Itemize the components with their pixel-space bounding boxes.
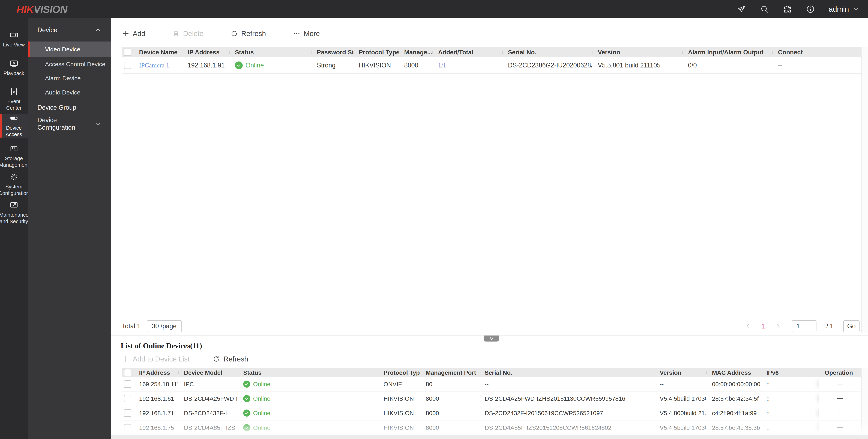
row-checkbox[interactable] xyxy=(124,62,131,69)
share-paper-plane-icon[interactable] xyxy=(737,5,746,14)
pagination-bar: Total 1 30 /page 1 / 1 Go xyxy=(122,320,860,332)
col-serial-no[interactable]: Serial No. xyxy=(479,369,654,376)
add-to-device-list-button[interactable]: Add to Device List xyxy=(122,355,190,363)
col-added-total[interactable]: Added/Total xyxy=(432,49,502,56)
cell-serial: DS-2CD2386G2-IU20200628AAW... xyxy=(502,62,592,69)
row-checkbox[interactable] xyxy=(124,395,131,402)
col-protocol-type[interactable]: Protocol Type xyxy=(353,49,399,56)
col-version[interactable]: Version xyxy=(592,49,682,56)
next-page-icon[interactable] xyxy=(775,323,782,330)
cell-operation xyxy=(818,406,861,420)
vertical-scrollbar-track[interactable] xyxy=(861,368,868,435)
add-label: Add xyxy=(133,30,145,38)
add-device-plus-icon[interactable] xyxy=(835,423,845,433)
sidebar-item-label: Playback xyxy=(3,70,24,77)
tree-item-device-group[interactable]: Device Group xyxy=(28,99,111,116)
cell-protocol: HIKVISION xyxy=(378,410,420,416)
topbar-actions: admin xyxy=(737,5,860,14)
page-jump-input[interactable] xyxy=(792,320,816,332)
tree-item-access-control-device[interactable]: Access Control Device xyxy=(28,57,111,71)
add-device-plus-icon[interactable] xyxy=(835,379,845,389)
cell-status: Online xyxy=(238,381,378,388)
horizontal-scrollbar-track[interactable] xyxy=(111,435,868,439)
col-operation: Operation xyxy=(818,368,861,377)
cell-added-total[interactable]: 1/1 xyxy=(432,62,502,69)
col-ip-address[interactable]: IP Address xyxy=(182,49,229,56)
sidebar-item-label: Event Center xyxy=(0,98,27,111)
col-ipv6[interactable]: IPv6 xyxy=(761,369,818,376)
status-text: Online xyxy=(253,410,270,416)
row-checkbox[interactable] xyxy=(124,409,131,417)
col-version[interactable]: Version xyxy=(654,369,706,376)
online-table-header: IP Address Device Model Status Protocol … xyxy=(122,368,861,377)
tree-header-device[interactable]: Device xyxy=(28,18,111,41)
col-mac-address[interactable]: MAC Address xyxy=(706,369,761,376)
cell-operation xyxy=(818,377,861,391)
sidebar-item-maintenance-and-security[interactable]: Maintenance and Security xyxy=(0,199,28,227)
more-label: More xyxy=(304,30,320,38)
status-text: Online xyxy=(246,62,264,69)
select-all-checkbox[interactable] xyxy=(124,369,131,376)
cell-mac: 28:57:be:42:34:5f xyxy=(706,395,761,402)
online-check-icon xyxy=(235,61,243,69)
refresh-icon xyxy=(230,30,238,37)
refresh-label: Refresh xyxy=(241,30,266,38)
col-device-name[interactable]: Device Name xyxy=(133,49,182,56)
plugin-puzzle-icon[interactable] xyxy=(783,5,792,14)
more-button[interactable]: More xyxy=(293,30,320,38)
tree-item-audio-device[interactable]: Audio Device xyxy=(28,85,111,99)
select-all-checkbox[interactable] xyxy=(124,49,131,56)
col-alarm-io[interactable]: Alarm Input/Alarm Output xyxy=(682,49,772,56)
col-password-strength[interactable]: Password St... xyxy=(311,49,353,56)
online-refresh-button[interactable]: Refresh xyxy=(213,355,248,363)
add-button[interactable]: Add xyxy=(122,30,145,38)
add-device-plus-icon[interactable] xyxy=(835,393,845,404)
page-size-select[interactable]: 30 /page xyxy=(147,320,182,332)
online-check-icon xyxy=(243,395,250,402)
add-device-plus-icon[interactable] xyxy=(835,408,845,418)
tree-item-label: Alarm Device xyxy=(45,75,81,82)
device-box-icon xyxy=(9,114,18,122)
col-protocol-type[interactable]: Protocol Type xyxy=(378,369,420,376)
row-checkbox[interactable] xyxy=(124,424,131,431)
col-ip-address[interactable]: IP Address xyxy=(133,369,178,376)
col-connect[interactable]: Connect xyxy=(772,49,861,56)
row-checkbox[interactable] xyxy=(124,380,131,388)
col-status[interactable]: Status xyxy=(229,49,311,56)
col-device-model[interactable]: Device Model xyxy=(178,369,238,376)
info-icon[interactable] xyxy=(806,5,815,14)
status-text: Online xyxy=(253,395,270,402)
refresh-button[interactable]: Refresh xyxy=(230,30,266,38)
sidebar-item-device-access[interactable]: Device Access xyxy=(0,114,28,138)
delete-button[interactable]: Delete xyxy=(172,30,204,38)
search-icon[interactable] xyxy=(760,5,769,14)
prev-page-icon[interactable] xyxy=(744,323,751,330)
online-check-icon xyxy=(243,424,250,431)
sidebar-item-event-center[interactable]: Event Center xyxy=(0,85,28,113)
col-serial-no[interactable]: Serial No. xyxy=(502,49,592,56)
cell-device-name[interactable]: IPCamera 1 xyxy=(133,62,182,69)
user-menu[interactable]: admin xyxy=(829,5,860,13)
current-page[interactable]: 1 xyxy=(761,322,765,330)
collapse-online-list-button[interactable] xyxy=(484,335,499,342)
cell-serial: DS-2CD4A85F-IZS20151208CCWR561624802 xyxy=(479,425,654,431)
plus-icon xyxy=(122,355,129,363)
col-management-port[interactable]: Manage... xyxy=(399,49,432,56)
logo-hik: HIK xyxy=(17,3,34,15)
tree-item-alarm-device[interactable]: Alarm Device xyxy=(28,71,111,85)
sidebar-item-system-configuration[interactable]: System Configuration xyxy=(0,170,28,199)
cell-mac: 28:57:be:4c:38:3b xyxy=(706,425,761,431)
refresh-icon xyxy=(213,355,220,363)
sidebar-item-storage-management[interactable]: Storage Management xyxy=(0,142,28,170)
sidebar-item-playback[interactable]: Playback xyxy=(0,57,28,79)
sidebar-item-live-view[interactable]: Live View xyxy=(0,28,28,51)
go-button[interactable]: Go xyxy=(843,320,860,332)
vertical-scrollbar-track[interactable] xyxy=(861,47,868,332)
col-management-port[interactable]: Management Port xyxy=(420,369,479,376)
tree-item-video-device[interactable]: Video Device xyxy=(28,41,111,57)
device-table-header: Device Name IP Address Status Password S… xyxy=(122,47,861,57)
cell-model: DS-2CD4A25FWD-I... xyxy=(178,395,238,402)
double-chevron-down-icon xyxy=(489,336,494,341)
col-status[interactable]: Status xyxy=(238,369,378,376)
tree-item-device-configuration[interactable]: Device Configuration xyxy=(28,116,111,132)
